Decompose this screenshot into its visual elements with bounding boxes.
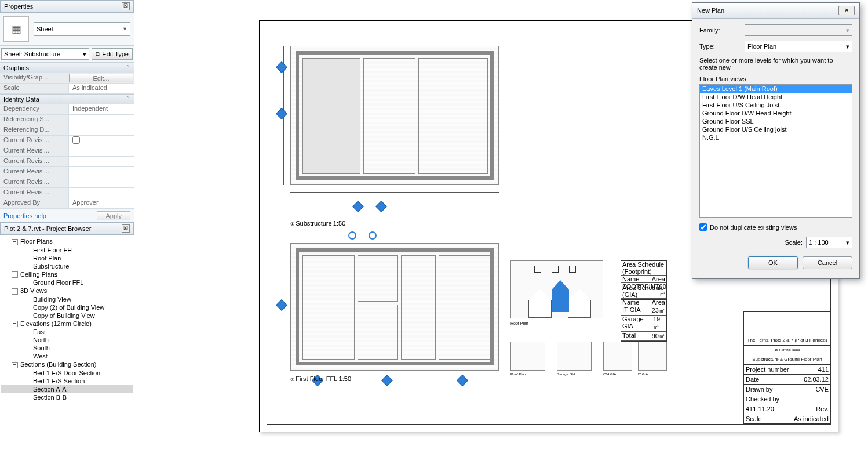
edit-type-button[interactable]: ⧉ Edit Type (92, 48, 133, 60)
chevron-down-icon: ▾ (846, 239, 849, 247)
property-row[interactable]: Current Revisi... (0, 188, 134, 198)
tree-node[interactable]: Copy (2) of Building View (1, 303, 133, 311)
property-row[interactable]: Current Revisi... (0, 177, 134, 188)
tree-toggle-icon[interactable]: − (12, 239, 18, 245)
level-list-item[interactable]: Ground Floor D/W Head Height (700, 109, 852, 117)
tree-node[interactable]: −Sections (Building Section) (1, 360, 133, 369)
property-label: Current Revisi... (0, 167, 68, 177)
level-list-item[interactable]: Eaves Level 1 (Main Roof) (700, 85, 852, 93)
tree-node[interactable]: Copy of Building View (1, 311, 133, 320)
property-row[interactable]: Approved ByApprover (0, 198, 134, 209)
tree-toggle-icon[interactable]: − (12, 288, 18, 295)
property-row[interactable]: ScaleAs indicated (0, 84, 134, 94)
edit-type-label: Edit Type (102, 50, 129, 57)
tree-node[interactable]: Section B-B (1, 393, 133, 401)
tree-label: Copy of Building View (33, 312, 95, 319)
dialog-close-button[interactable]: ✕ (838, 6, 855, 15)
tree-node[interactable]: East (1, 328, 133, 336)
properties-header: Properties ☒ (0, 0, 134, 13)
level-list-item[interactable]: Ground Floor SSL (700, 117, 852, 125)
property-value[interactable] (68, 157, 134, 166)
properties-help-link[interactable]: Properties help (3, 212, 46, 219)
property-row[interactable]: Current Revisi... (0, 157, 134, 167)
project-browser-tree[interactable]: −Floor PlansFirst Floor FFLRoof PlanSubs… (0, 235, 134, 453)
scale-label: Scale: (785, 239, 803, 246)
tree-label: First Floor FFL (33, 247, 75, 253)
tree-node[interactable]: Building View (1, 295, 133, 303)
mini-plan (557, 342, 592, 371)
level-list-item[interactable]: Ground Floor U/S Ceiling joist (700, 125, 852, 133)
level-list-item[interactable]: First Floor D/W Head Height (700, 93, 852, 101)
tree-label: East (33, 328, 46, 335)
property-value[interactable] (68, 115, 134, 125)
property-value[interactable]: Independent (68, 104, 134, 114)
property-value[interactable] (68, 177, 134, 187)
property-row[interactable]: Referencing S... (0, 115, 134, 125)
browser-close-icon[interactable]: ☒ (122, 224, 130, 233)
tree-node[interactable]: First Floor FFL (1, 246, 133, 254)
scale-dropdown[interactable]: 1 : 100 ▾ (806, 237, 852, 248)
tree-node[interactable]: Bed 1 E/S Section (1, 377, 133, 385)
property-row[interactable]: Current Revisi... (0, 136, 134, 146)
tree-node[interactable]: Section A-A (1, 385, 133, 393)
tree-node[interactable]: West (1, 352, 133, 360)
property-value[interactable] (68, 188, 134, 198)
tree-toggle-icon[interactable]: − (12, 271, 18, 278)
tree-node[interactable]: South (1, 344, 133, 352)
property-row[interactable]: Current Revisi... (0, 167, 134, 177)
tree-node[interactable]: Ground Floor FFL (1, 278, 133, 287)
property-group-header[interactable]: Identity Data⌃ (0, 94, 134, 104)
tb-sheet-name: Substructure & Ground Floor Plan (744, 354, 830, 365)
mini-plan (603, 342, 632, 371)
elevation-marker-icon (369, 231, 377, 240)
tree-node[interactable]: −3D Views (1, 287, 133, 295)
dimension-line (290, 192, 499, 193)
tree-node[interactable]: North (1, 336, 133, 344)
section-marker-icon (276, 61, 287, 73)
tree-toggle-icon[interactable]: − (12, 362, 18, 368)
tree-label: Building View (33, 296, 71, 303)
type-selector: ▦ Sheet ▼ (0, 13, 134, 46)
view-title: ② First Floor FFL 1:50 (290, 375, 351, 382)
tree-label: Section B-B (33, 394, 67, 401)
property-label: Current Revisi... (0, 157, 68, 166)
dialog-titlebar[interactable]: New Plan ✕ (692, 3, 859, 19)
property-value[interactable] (68, 125, 134, 135)
family-label: Family: (699, 27, 740, 34)
level-list-item[interactable]: N.G.L (700, 133, 852, 142)
instance-dropdown[interactable]: Sheet: Substructure ▾ (1, 48, 89, 60)
tree-node[interactable]: −Ceiling Plans (1, 270, 133, 279)
ok-button[interactable]: OK (748, 256, 798, 269)
property-value[interactable] (68, 167, 134, 177)
plan-view-substructure (290, 46, 499, 185)
tree-node[interactable]: Bed 1 E/S Door Section (1, 369, 133, 377)
property-group-header[interactable]: Graphics⌃ (0, 63, 134, 73)
property-row[interactable]: Referencing D... (0, 125, 134, 136)
property-row[interactable]: Current Revisi... (0, 146, 134, 157)
property-row[interactable]: Visibility/Grap...Edit... (0, 73, 134, 84)
property-value[interactable]: Edit... (69, 74, 133, 82)
view-title: ① Substructure 1:50 (290, 220, 345, 227)
family-dropdown[interactable]: ▾ (745, 24, 852, 36)
type-dropdown[interactable]: Floor Plan ▾ (745, 41, 852, 52)
tree-node[interactable]: −Floor Plans (1, 237, 133, 246)
tree-node[interactable]: Roof Plan (1, 254, 133, 262)
type-dropdown[interactable]: Sheet ▼ (34, 22, 130, 36)
property-label: Approved By (0, 198, 68, 208)
property-value[interactable] (68, 136, 134, 146)
tree-toggle-icon[interactable]: − (12, 321, 18, 327)
property-value[interactable]: As indicated (68, 84, 134, 93)
property-value[interactable] (68, 146, 134, 156)
levels-listbox[interactable]: Eaves Level 1 (Main Roof)First Floor D/W… (699, 84, 852, 218)
property-label: Current Revisi... (0, 177, 68, 187)
apply-button[interactable]: Apply (97, 211, 130, 220)
property-value[interactable]: Approver (68, 198, 134, 208)
cancel-button[interactable]: Cancel (803, 256, 852, 269)
tree-node[interactable]: −Elevations (12mm Circle) (1, 320, 133, 328)
tree-node[interactable]: Substructure (1, 262, 133, 270)
no-duplicate-checkbox[interactable] (699, 223, 707, 231)
level-list-item[interactable]: First Floor U/S Ceiling Joist (700, 101, 852, 109)
edit-type-icon: ⧉ (96, 50, 100, 58)
properties-close-icon[interactable]: ☒ (122, 2, 130, 10)
property-row[interactable]: DependencyIndependent (0, 104, 134, 115)
